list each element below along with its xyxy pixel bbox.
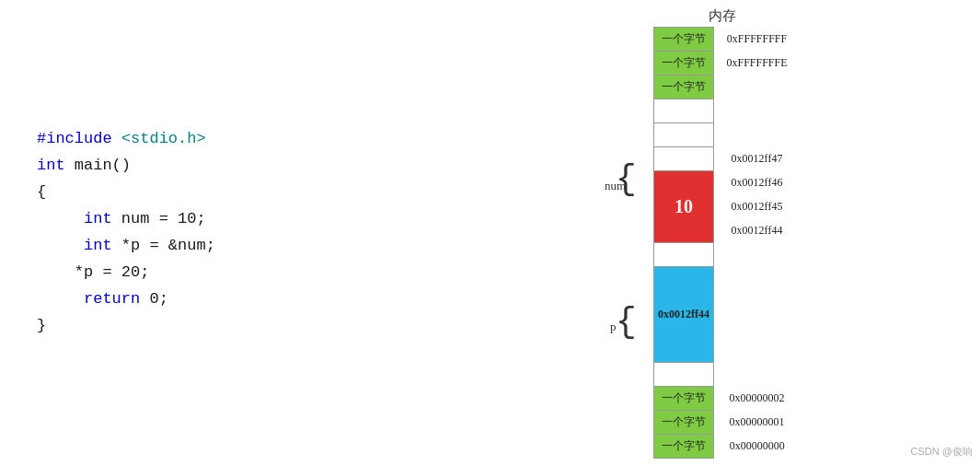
watermark: CSDN @俊响	[911, 445, 973, 459]
cell-content	[654, 147, 714, 171]
cell-content: 一个字节	[654, 28, 714, 52]
main-func: main()	[75, 157, 131, 174]
cell-addr	[714, 99, 801, 123]
keyword-return: return	[84, 290, 140, 308]
code-line-7: return 0;	[37, 286, 215, 313]
cell-content	[654, 243, 714, 267]
memory-title: 内存	[649, 7, 796, 25]
table-row: 一个字节 0x00000002	[654, 387, 801, 411]
memory-table-wrapper: { num { p 一个字节 0xFFFFFFFF 一个字节 0xFFFFFFF…	[603, 27, 801, 459]
memory-table: 一个字节 0xFFFFFFFF 一个字节 0xFFFFFFFE 一个字节	[653, 27, 801, 459]
cell-addr	[714, 363, 801, 387]
cell-addr	[714, 291, 801, 315]
table-row	[654, 243, 801, 267]
cell-addr	[714, 267, 801, 291]
code-line-8: }	[37, 313, 215, 340]
keyword-int-3: int	[84, 237, 112, 254]
cell-addr	[714, 243, 801, 267]
code-line-3: {	[37, 180, 215, 206]
p-brace: {	[616, 305, 637, 340]
memory-diagram: 内存 { num { p 一个字节 0xFFFFFFFF 一个字节	[603, 7, 801, 459]
memory-panel: 内存 { num { p 一个字节 0xFFFFFFFF 一个字节	[423, 0, 980, 466]
cell-content: 一个字节	[654, 76, 714, 99]
cell-addr: 0x0012ff44	[714, 219, 801, 243]
num-label: num	[605, 179, 626, 193]
header-file: <stdio.h>	[121, 130, 206, 147]
cell-addr: 0x00000000	[714, 435, 801, 459]
code-line-2: int main()	[37, 153, 215, 180]
table-row: 一个字节 0xFFFFFFFF	[654, 28, 801, 52]
cell-addr: 0x0012ff45	[714, 195, 801, 219]
cell-addr	[714, 339, 801, 363]
cell-p-value: 0x0012ff44	[654, 267, 714, 363]
keyword-include: #include	[37, 130, 112, 147]
cell-content: 一个字节	[654, 52, 714, 76]
table-row: 一个字节	[654, 76, 801, 99]
cell-content: 一个字节	[654, 387, 714, 411]
code-block: #include <stdio.h> int main() { int num …	[37, 126, 215, 339]
cell-content: 一个字节	[654, 435, 714, 459]
table-row	[654, 363, 801, 387]
cell-addr	[714, 76, 801, 99]
table-row: 一个字节 0xFFFFFFFE	[654, 52, 801, 76]
cell-content	[654, 363, 714, 387]
cell-addr	[714, 315, 801, 339]
cell-content	[654, 123, 714, 147]
cell-addr: 0xFFFFFFFF	[714, 28, 801, 52]
cell-content	[654, 99, 714, 123]
code-line-6: *p = 20;	[37, 260, 215, 286]
cell-addr: 0x0012ff46	[714, 171, 801, 195]
p-label: p	[610, 320, 617, 334]
code-line-4: int num = 10;	[37, 206, 215, 233]
code-line-1: #include <stdio.h>	[37, 126, 215, 153]
cell-addr: 0x00000001	[714, 411, 801, 435]
table-row	[654, 99, 801, 123]
cell-addr: 0x00000002	[714, 387, 801, 411]
cell-num-value: 10	[654, 171, 714, 243]
table-row-p: 0x0012ff44	[654, 267, 801, 291]
code-panel: #include <stdio.h> int main() { int num …	[0, 0, 423, 466]
table-row-num: 10 0x0012ff46	[654, 171, 801, 195]
keyword-int-2: int	[84, 210, 112, 227]
cell-content: 一个字节	[654, 411, 714, 435]
table-row: 0x0012ff47	[654, 147, 801, 171]
code-line-5: int *p = &num;	[37, 233, 215, 260]
cell-addr	[714, 123, 801, 147]
cell-addr: 0xFFFFFFFE	[714, 52, 801, 76]
table-row	[654, 123, 801, 147]
cell-addr: 0x0012ff47	[714, 147, 801, 171]
table-row: 一个字节 0x00000000	[654, 435, 801, 459]
keyword-int: int	[37, 157, 65, 174]
table-row: 一个字节 0x00000001	[654, 411, 801, 435]
